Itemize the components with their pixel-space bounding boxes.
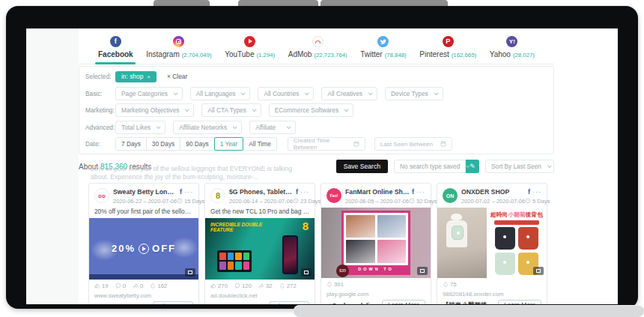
play-button-icon[interactable] [139, 244, 149, 254]
select-value: Device Types [391, 90, 428, 97]
tab-youtube[interactable]: YouTube(1,294) [225, 30, 275, 64]
filter-row-date: Date: 7 Days30 Days90 Days1 YearAll Time… [79, 136, 553, 153]
ad-date-range: 2020-06-22 – 2020-07-06 [113, 198, 177, 205]
ad-card[interactable]: ONONXDER SHOPf···2020-07-02 – 2020-07-06… [437, 183, 547, 304]
discount-text-right: OFF [152, 243, 176, 254]
selected-filter-chip[interactable]: in: shop × [115, 71, 157, 82]
date-preset-all-time[interactable]: All Time [243, 137, 277, 151]
advertiser-avatar: 8 [210, 188, 225, 203]
chevron-down-icon [368, 91, 373, 95]
ad-stats-row: 1900162 [89, 280, 198, 292]
tab-facebook[interactable]: fFacebook [98, 30, 133, 64]
filter-row-basic: Basic:Page CategoriesAll LanguagesAll Co… [79, 85, 553, 103]
left-margin-strip [26, 28, 79, 304]
expand-image-icon[interactable] [185, 268, 195, 277]
save-search-button[interactable]: Save Search [336, 160, 388, 173]
filter-select-ecommerce-softwares[interactable]: ECommerce Softwares [269, 103, 353, 117]
ad-date-range: 2020-06-14 – 2020-07-06 [229, 198, 293, 205]
cta-button[interactable]: Learn More [498, 300, 541, 305]
tab-count: (2,704,049) [182, 52, 212, 58]
ad-stats-row: 75 [437, 278, 547, 290]
filter-select-all-countries[interactable]: All Countries [258, 87, 314, 100]
ad-domain-link[interactable]: www.sweatybetty.com [89, 292, 198, 300]
tab-admob[interactable]: AdMob(22,723,764) [288, 30, 347, 64]
like-icon [94, 283, 100, 290]
tab-pinterest[interactable]: PPinterest(162,665) [419, 30, 476, 64]
stat-views: 75 [443, 281, 457, 289]
saved-search-control: No search type saved ✎ [394, 160, 479, 173]
chip-remove-icon[interactable]: × [147, 73, 151, 80]
ad-creative-image[interactable]: 20%OFF [89, 218, 198, 280]
select-value: Marketing Objectives [121, 106, 179, 114]
ad-domain-link[interactable]: play.google.com [321, 290, 431, 298]
ad-creative-image[interactable]: DOWN TO$35 [321, 208, 431, 278]
date-input-last-seen-between[interactable]: Last Seen Between [374, 137, 452, 151]
sort-dropdown[interactable]: Sort By Last Seen [485, 160, 554, 173]
saved-search-type-dropdown[interactable]: No search type saved [394, 160, 466, 173]
select-value: Affiliate Networks [179, 124, 227, 131]
filter-select-marketing-objectives[interactable]: Marketing Objectives [115, 103, 194, 117]
ad-stats-row: 27012032272 [205, 280, 315, 292]
select-value: All Creatives [327, 90, 362, 97]
ad-headline-row: Use code: POWER20Shop Now [89, 300, 198, 305]
ad-duration: 15 Days [184, 198, 205, 205]
cta-button[interactable]: Shop Now [269, 301, 309, 305]
cta-button[interactable]: Shop Now [153, 301, 193, 305]
filter-select-all-languages[interactable]: All Languages [190, 87, 251, 100]
date-input-created-time-between[interactable]: Created Time Between [288, 137, 365, 151]
date-preset-90-days[interactable]: 90 Days [180, 137, 214, 151]
advertiser-avatar: Fan! [326, 188, 341, 203]
ad-card[interactable]: Fan!FanMart Online Shopping - F...f···20… [321, 183, 431, 304]
comment-icon [234, 283, 240, 290]
ad-creative-image[interactable]: 超時尚小雛菊後背包 [437, 208, 547, 278]
ad-date-range: 2020-06-05 – 2020-07-06 [345, 198, 409, 205]
card-menu-button[interactable]: ··· [184, 188, 193, 196]
tab-count: (1,294) [256, 52, 275, 58]
filter-select-affiliate[interactable]: Affiliate [249, 121, 296, 134]
ad-domain-link[interactable]: 986208148.onxder.com [437, 290, 547, 298]
advertiser-name: FanMart Online Shopping - F... [345, 188, 410, 196]
cta-button[interactable]: Learn More [382, 300, 425, 305]
ad-domain-link[interactable]: ad.doubleclick.net [205, 292, 315, 300]
ad-card[interactable]: 85G Phones, Tablets & SIMs | ...f···2020… [204, 183, 315, 304]
clock-icon [177, 198, 183, 204]
ad-card-header: ✿✿Sweaty Betty London | Wom...f···2020-0… [89, 184, 198, 208]
date-preset-group: 7 Days30 Days90 Days1 YearAll Time [115, 137, 277, 151]
chevron-down-icon [305, 91, 309, 95]
tab-label: Yahoo [490, 50, 511, 58]
filter-select-all-creatives[interactable]: All Creatives [321, 87, 377, 100]
expand-image-icon[interactable] [417, 267, 428, 275]
advertiser-avatar: ON [443, 188, 458, 203]
filter-select-page-categories[interactable]: Page Categories [115, 87, 183, 100]
ad-card[interactable]: ✿✿Sweaty Betty London | Wom...f···2020-0… [88, 183, 199, 304]
comment-icon [115, 283, 121, 290]
creative-heading: INCREDIBLE DOUBLE FEATURE [210, 222, 264, 233]
card-menu-button[interactable]: ··· [416, 188, 425, 196]
tab-twitter[interactable]: Twitter(78,848) [360, 30, 407, 64]
date-preset-7-days[interactable]: 7 Days [115, 137, 147, 151]
filter-select-affiliate-networks[interactable]: Affiliate Networks [173, 121, 242, 134]
expand-image-icon[interactable] [533, 267, 544, 275]
expand-image-icon[interactable] [301, 268, 312, 277]
filter-row-advanced: Advanced:Total LikesAffiliate NetworksAf… [79, 119, 553, 136]
phone-image [282, 235, 298, 274]
advertiser-avatar: ✿✿ [94, 188, 109, 203]
card-menu-button[interactable]: ··· [300, 188, 309, 196]
views-icon [443, 281, 449, 289]
sort-value: Sort By Last Seen [491, 163, 541, 170]
ad-creative-image[interactable]: INCREDIBLE DOUBLE FEATURE8 [205, 218, 315, 280]
filter-select-device-types[interactable]: Device Types [385, 87, 443, 100]
filter-row-marketing: Marketing:Marketing ObjectivesAll CTA Ty… [79, 102, 553, 119]
clear-filters-button[interactable]: × Clear [167, 73, 187, 80]
tab-instagram[interactable]: Instagram(2,704,049) [146, 30, 211, 64]
stat-views: 272 [279, 283, 297, 290]
date-preset-30-days[interactable]: 30 Days [146, 137, 180, 151]
tab-yahoo[interactable]: Y!Yahoo(28,027) [490, 30, 535, 64]
card-menu-button[interactable]: ··· [532, 188, 541, 196]
filter-select-total-likes[interactable]: Total Likes [115, 121, 165, 134]
ad-headline-row: ✔Cash on delivery ✔ Days fr...Learn More [321, 298, 431, 305]
select-value: ECommerce Softwares [275, 106, 338, 114]
ad-headline-row: 【時尚小雛菊後背包】小雛菊刺...Learn More [437, 298, 547, 305]
filter-select-all-cta-types[interactable]: All CTA Types [201, 103, 261, 117]
date-preset-1-year[interactable]: 1 Year [214, 137, 244, 151]
